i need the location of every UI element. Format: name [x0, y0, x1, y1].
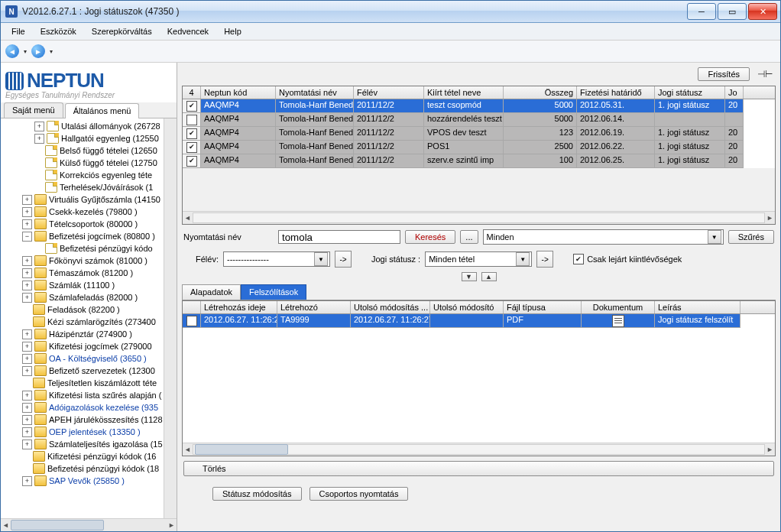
document-icon[interactable]	[612, 315, 624, 327]
tree-item[interactable]: +Virtuális Gyűjtőszámla (14150	[4, 193, 164, 206]
forward-button[interactable]: ►	[31, 44, 45, 58]
forward-dropdown[interactable]: ▾	[48, 48, 54, 55]
expand-icon[interactable]: +	[34, 134, 44, 144]
expand-icon[interactable]: +	[22, 354, 32, 364]
tree-item[interactable]: +Főkönyvi számok (81000 )	[4, 255, 164, 267]
tree-item[interactable]: +Számlák (11100 )	[4, 279, 164, 291]
col-leiras[interactable]: Leírás	[655, 301, 740, 313]
felev-combo[interactable]: --------------- ▼	[223, 251, 330, 267]
tree-vscroll[interactable]	[164, 118, 177, 518]
tree-item[interactable]: Befizetési pénzügyi kódok (18	[4, 462, 164, 475]
tree-item[interactable]: +APEH járulékösszesítés (1128	[4, 414, 164, 426]
tree-item[interactable]: +SAP Vevők (25850 )	[4, 475, 164, 487]
col-letrehozo[interactable]: Létrehozó	[277, 301, 351, 313]
chevron-up-icon[interactable]: ▲	[481, 272, 497, 281]
row-checkbox[interactable]	[186, 101, 197, 112]
tab-felszolitasok[interactable]: Felszólítások	[241, 284, 306, 300]
row-checkbox[interactable]	[186, 115, 197, 125]
expand-icon[interactable]: +	[22, 476, 32, 486]
table-row[interactable]: AAQMP4Tomola-Hanf Bened2011/12/2szerv.e …	[183, 154, 775, 168]
col-corner[interactable]: 4	[183, 86, 201, 99]
menu-file[interactable]: File	[4, 25, 33, 37]
nav-tree[interactable]: +Utalási állományok (26728+Hallgatói egy…	[1, 118, 164, 518]
menu-help[interactable]: Help	[216, 25, 249, 37]
tree-item[interactable]: Terhelések/Jóváírások (1	[4, 181, 164, 193]
tree-item[interactable]: +Adóigazolások kezelése (935	[4, 401, 164, 414]
expand-icon[interactable]: +	[22, 293, 32, 303]
tree-item[interactable]: +OEP jelentések (13350 )	[4, 426, 164, 438]
col-last[interactable]: Jo	[725, 86, 744, 99]
maximize-button[interactable]: ▭	[718, 3, 747, 20]
main-grid-hscroll[interactable]: ◄►	[183, 211, 775, 224]
search-more-button[interactable]: ...	[460, 230, 478, 244]
col-kiirt-tetel[interactable]: Kiírt tétel neve	[424, 86, 504, 99]
col-select[interactable]	[183, 301, 201, 313]
tree-item[interactable]: +Kifizetési lista szűrés alapján (	[4, 389, 164, 401]
expand-icon[interactable]: +	[22, 268, 32, 278]
back-button[interactable]: ◄	[5, 44, 19, 58]
expired-checkbox[interactable]	[573, 254, 584, 264]
expand-icon[interactable]: +	[22, 195, 32, 205]
minimize-button[interactable]: ─	[687, 3, 716, 20]
expand-icon[interactable]: +	[22, 391, 32, 401]
tree-item[interactable]: +Utalási állományok (26728	[4, 120, 164, 132]
status-apply-button[interactable]: ->	[536, 251, 553, 268]
tree-item[interactable]: −Befizetési jogcímek (80800 )	[4, 230, 164, 242]
tree-item[interactable]: +Kifizetési jogcímek (279000	[4, 340, 164, 352]
row-checkbox[interactable]	[186, 316, 197, 326]
expired-checkbox-wrap[interactable]: Csak lejárt kiintlévőségek	[573, 254, 682, 264]
detail-grid-hscroll[interactable]: ◄►	[183, 443, 775, 456]
col-fajl-tipusa[interactable]: Fájl típusa	[504, 301, 582, 313]
expand-icon[interactable]: +	[22, 256, 32, 266]
expand-icon[interactable]: +	[22, 329, 32, 339]
search-combo[interactable]: Minden ▼	[483, 229, 724, 245]
filter-button[interactable]: Szűrés	[728, 230, 774, 244]
group-print-button[interactable]: Csoportos nyomtatás	[309, 487, 409, 501]
col-neptun-kod[interactable]: Neptun kód	[201, 86, 276, 99]
expand-icon[interactable]: +	[22, 403, 32, 413]
row-checkbox[interactable]	[186, 142, 197, 153]
expand-icon[interactable]: +	[22, 366, 32, 376]
tree-item[interactable]: Kifizetési pénzügyi kódok (16	[4, 450, 164, 462]
tree-item[interactable]: +Témaszámok (81200 )	[4, 267, 164, 279]
col-osszeg[interactable]: Összeg	[504, 86, 577, 99]
col-jogi-statusz[interactable]: Jogi státusz	[655, 86, 725, 99]
splitter-toggle[interactable]: ▼ ▲	[182, 272, 776, 284]
col-hatarido[interactable]: Fizetési határidő	[577, 86, 655, 99]
col-dokumentum[interactable]: Dokumentum	[582, 301, 655, 313]
status-combo[interactable]: Minden tétel ▼	[425, 251, 532, 267]
row-checkbox[interactable]	[186, 156, 197, 167]
col-felev[interactable]: Félév	[354, 86, 424, 99]
back-dropdown[interactable]: ▾	[22, 48, 28, 55]
chevron-down-icon[interactable]: ▼	[462, 272, 477, 281]
tree-item[interactable]: +Csekk-kezelés (79800 )	[4, 206, 164, 218]
pin-icon[interactable]: ⊣⊢	[757, 69, 773, 79]
tree-item[interactable]: +Számlafeladás (82000 )	[4, 291, 164, 303]
table-row[interactable]: 2012.06.27. 11:26:27TA99992012.06.27. 11…	[183, 314, 775, 328]
tree-item[interactable]: Külső függő tételei (12750	[4, 157, 164, 169]
table-row[interactable]: AAQMP4Tomola-Hanf Bened2011/12/2hozzáren…	[183, 113, 775, 127]
status-modify-button[interactable]: Státusz módosítás	[212, 487, 302, 501]
tree-item[interactable]: Feladások (82200 )	[4, 303, 164, 316]
expand-icon[interactable]: +	[22, 219, 32, 229]
expand-icon[interactable]: +	[22, 342, 32, 352]
expand-icon[interactable]: +	[22, 207, 32, 217]
col-utolso-modositas[interactable]: Utolsó módosítás ...	[351, 301, 430, 313]
delete-button[interactable]: Törlés	[183, 461, 774, 476]
tab-alapadatok[interactable]: Alapadatok	[182, 284, 241, 300]
close-button[interactable]: ✕	[748, 3, 777, 20]
table-row[interactable]: AAQMP4Tomola-Hanf Bened2011/12/2POS12500…	[183, 141, 775, 154]
felev-apply-button[interactable]: ->	[335, 251, 352, 268]
row-checkbox[interactable]	[186, 128, 197, 139]
menu-tools[interactable]: Eszközök	[33, 25, 84, 37]
main-grid-body[interactable]: AAQMP4Tomola-Hanf Bened2011/12/2teszt cs…	[183, 99, 775, 168]
tree-item[interactable]: Befizetési pénzügyi kódo	[4, 242, 164, 255]
tab-general-menu[interactable]: Általános menü	[65, 103, 140, 118]
tree-item[interactable]: Belső függő tételei (12650	[4, 144, 164, 157]
expand-icon[interactable]: +	[22, 427, 32, 437]
refresh-button[interactable]: Frissítés	[698, 67, 750, 81]
expand-icon[interactable]: +	[34, 122, 44, 131]
search-input[interactable]	[278, 230, 400, 244]
expand-icon[interactable]: +	[22, 440, 32, 449]
tree-item[interactable]: Teljesítetlen kiszámlázott téte	[4, 377, 164, 389]
